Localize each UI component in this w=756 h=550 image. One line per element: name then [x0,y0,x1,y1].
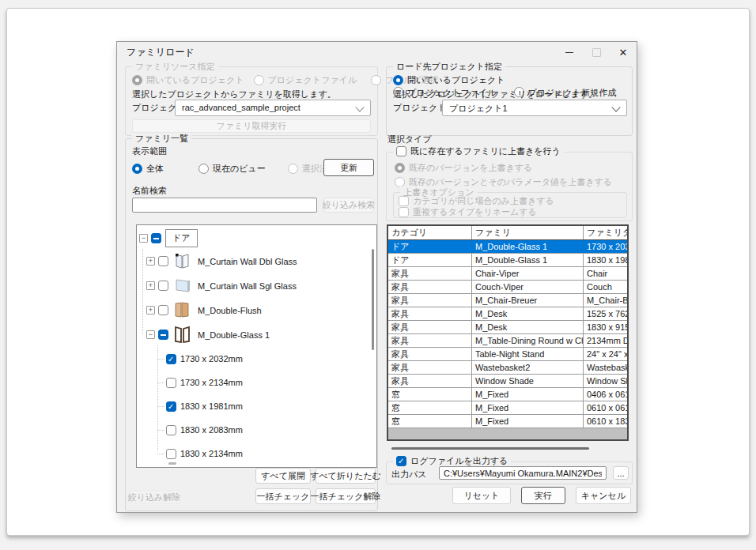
overwrite-options-group: 上書きオプション カテゴリが同じ場合のみ上書きする 重複するタイプをリネームする [393,192,627,218]
tree-item-label[interactable]: M_Curtain Wall Dbl Glass [198,257,297,266]
close-button[interactable]: ✕ [610,42,637,62]
log-output-checkbox[interactable] [396,456,406,466]
close-icon: ✕ [619,47,628,58]
table-horizontal-scrollbar[interactable] [387,446,629,450]
check-all-button[interactable]: 一括チェック [255,488,311,504]
collapse-icon[interactable]: − [139,234,148,243]
tree-vertical-scrollbar[interactable] [372,249,374,350]
tree-item-label[interactable]: 1830 x 2134mm [180,449,243,458]
tree-item[interactable]: +M_Curtain Wall Sgl Glass [137,273,376,298]
table-cell: M_Table-Dining Round w Chairs [472,334,584,347]
table-scrollbar-thumb[interactable] [391,447,589,450]
tree-item[interactable]: 1730 x 2134mm [137,371,376,394]
table-row[interactable]: 家具M_Desk1830 x 915mm [388,321,627,334]
tree-item-checkbox[interactable] [158,256,168,266]
tree-item[interactable]: −M_Double-Glass 1 [137,322,376,347]
expand-icon[interactable]: + [146,257,155,266]
tree-item[interactable]: 1830 x 1981mm [137,394,376,418]
tree-item[interactable]: 1830 x 2083mm [137,418,376,442]
run-button[interactable]: 実行 [521,487,565,504]
tree-item-checkbox[interactable] [166,425,176,435]
log-output-box: ログファイルを出力する 出力パス ... [386,461,633,484]
tree-item-label[interactable]: M_Double-Flush [198,306,262,315]
table-row[interactable]: 家具Wastebasket2Wastebasket2 [388,361,627,375]
log-output-option[interactable]: ログファイルを出力する [393,455,511,466]
radio-option: プロジェクトファイル [254,74,357,85]
table-row[interactable]: 窓M_Fixed0610 x 1830mm [388,415,627,428]
expand-all-button[interactable]: すべて展開 [255,468,311,484]
source-project-combobox[interactable]: rac_advanced_sample_project [175,100,371,116]
table-row[interactable]: 家具M_Table-Dining Round w Chairs2134mm Di… [388,334,627,348]
tree-item-checkbox[interactable] [158,330,168,340]
family-type-table[interactable]: カテゴリファミリファミリタイプ ドアM_Double-Glass 11730 x… [387,224,629,441]
destination-project-combobox[interactable]: プロジェクト1 [442,100,627,116]
table-cell: 窓 [388,415,472,428]
radio-icon [198,164,209,174]
collapse-all-button[interactable]: すべて折りたたむ [316,468,376,484]
table-row[interactable]: 家具M_Desk1525 x 762mm [388,307,627,321]
overwrite-existing-option[interactable]: 既に存在するファミリに上書きを行う [393,145,564,156]
radio-option[interactable]: 開いているプロジェクト [393,74,505,85]
table-row[interactable]: 家具Couch-ViperCouch [388,281,627,294]
tree-item-checkbox[interactable] [151,233,161,243]
tree-horizontal-scrollbar[interactable] [168,462,176,465]
uncheck-all-button[interactable]: 一括チェック解除 [316,488,376,504]
output-path-input[interactable] [439,466,607,480]
table-row[interactable]: 窓M_Fixed0406 x 0610mm [388,388,627,401]
table-cell: 家具 [388,375,472,387]
tree-item-checkbox[interactable] [166,354,176,364]
browse-button[interactable]: ... [613,466,629,480]
table-cell: 家具 [388,361,472,374]
table-column-header[interactable]: ファミリ [472,226,584,239]
expand-icon[interactable]: + [146,306,155,315]
tree-item-label[interactable]: 1830 x 2083mm [180,425,243,435]
table-row[interactable]: 窓M_Fixed0610 x 0610mm [388,401,627,415]
radio-option-label: 既存のバージョンを上書きする [409,162,532,173]
tree-item-label[interactable]: 1730 x 2032mm [180,354,243,364]
tree-item-label[interactable]: ドア [165,229,198,247]
title-bar[interactable]: ファミリロード ✕ [117,42,637,62]
fetch-families-button: ファミリ取得実行 [132,119,371,133]
table-row[interactable]: 家具M_Chair-BreuerM_Chair-Breuer [388,294,627,307]
tree-item-checkbox[interactable] [166,378,176,388]
tree-item-label[interactable]: M_Curtain Wall Sgl Glass [198,281,297,291]
table-cell: M_Chair-Breuer [584,294,627,307]
tree-item-label[interactable]: 1830 x 1981mm [180,401,243,411]
name-search-input[interactable] [132,198,317,213]
tree-item[interactable]: +M_Curtain Wall Dbl Glass [137,249,376,273]
table-row[interactable]: ドアM_Double-Glass 11730 x 2032mm [388,240,627,254]
tree-item[interactable]: +M_Double-Flush [137,298,376,322]
table-row[interactable]: ドアM_Double-Glass 11830 x 1981mm [388,254,627,267]
table-row[interactable]: 家具Chair-ViperChair [388,267,627,281]
tree-item[interactable]: 1730 x 2032mm [137,347,376,371]
curtain-wall-dbl-glass-icon [172,251,192,271]
radio-option[interactable]: 全体 [132,163,164,174]
update-button[interactable]: 更新 [323,159,374,176]
chevron-down-icon [355,103,364,111]
tree-item-checkbox[interactable] [166,449,176,459]
collapse-icon[interactable]: − [146,330,155,339]
table-row[interactable]: 家具Window ShadeWindow Shade [388,375,627,388]
table-cell: 0610 x 1830mm [584,415,627,428]
table-cell: Couch-Viper [472,281,584,293]
radio-option-label: 開いているプロジェクト [407,74,505,85]
table-column-header[interactable]: カテゴリ [388,226,472,239]
radio-option[interactable]: 現在のビュー [198,163,266,174]
table-cell: 1525 x 762mm [584,307,627,320]
table-row[interactable]: 家具Table-Night Stand24" x 24" x 30" [388,348,627,361]
tree-item-checkbox[interactable] [166,401,176,412]
minimize-button[interactable] [556,42,583,62]
tree-item-checkbox[interactable] [158,305,168,315]
expand-icon[interactable]: + [146,281,155,290]
reset-button[interactable]: リセット [452,487,511,504]
family-tree[interactable]: −ドア+M_Curtain Wall Dbl Glass+M_Curtain W… [136,224,377,468]
table-cell: 窓 [388,388,472,401]
clear-filter-button: 絞り込み解除 [129,490,180,504]
tree-item-label[interactable]: 1730 x 2134mm [180,378,243,387]
tree-item-checkbox[interactable] [158,281,168,291]
tree-item[interactable]: −ドア [137,225,376,249]
overwrite-existing-checkbox[interactable] [396,146,406,156]
table-column-header[interactable]: ファミリタイプ [584,226,627,239]
cancel-button[interactable]: キャンセル [576,487,631,504]
tree-item-label[interactable]: M_Double-Glass 1 [198,330,270,340]
